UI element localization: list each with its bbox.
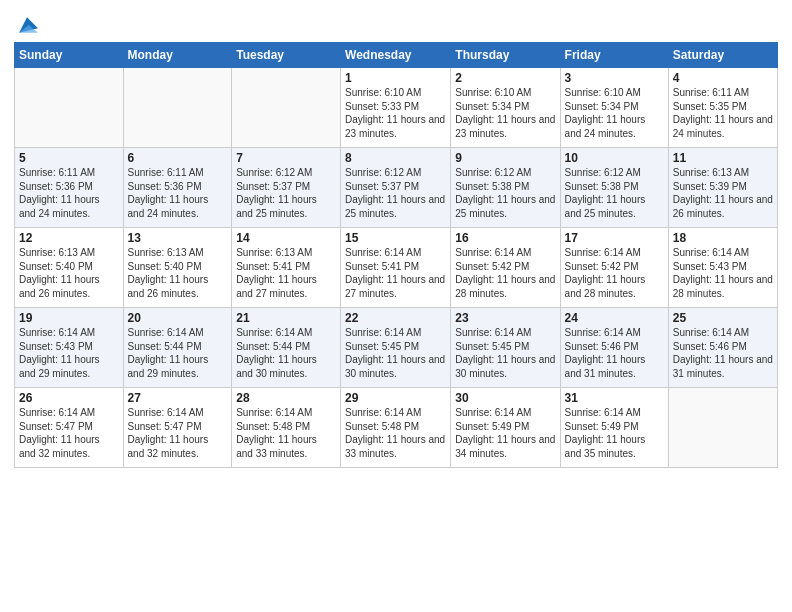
weekday-tuesday: Tuesday bbox=[232, 43, 341, 68]
week-row-4: 19Sunrise: 6:14 AM Sunset: 5:43 PM Dayli… bbox=[15, 308, 778, 388]
day-info: Sunrise: 6:14 AM Sunset: 5:43 PM Dayligh… bbox=[673, 246, 773, 300]
day-info: Sunrise: 6:10 AM Sunset: 5:33 PM Dayligh… bbox=[345, 86, 446, 140]
week-row-3: 12Sunrise: 6:13 AM Sunset: 5:40 PM Dayli… bbox=[15, 228, 778, 308]
day-cell: 26Sunrise: 6:14 AM Sunset: 5:47 PM Dayli… bbox=[15, 388, 124, 468]
day-cell: 27Sunrise: 6:14 AM Sunset: 5:47 PM Dayli… bbox=[123, 388, 232, 468]
day-info: Sunrise: 6:14 AM Sunset: 5:43 PM Dayligh… bbox=[19, 326, 119, 380]
weekday-monday: Monday bbox=[123, 43, 232, 68]
day-cell: 7Sunrise: 6:12 AM Sunset: 5:37 PM Daylig… bbox=[232, 148, 341, 228]
week-row-5: 26Sunrise: 6:14 AM Sunset: 5:47 PM Dayli… bbox=[15, 388, 778, 468]
day-info: Sunrise: 6:11 AM Sunset: 5:36 PM Dayligh… bbox=[19, 166, 119, 220]
day-cell: 24Sunrise: 6:14 AM Sunset: 5:46 PM Dayli… bbox=[560, 308, 668, 388]
day-number: 30 bbox=[455, 391, 555, 405]
day-cell: 23Sunrise: 6:14 AM Sunset: 5:45 PM Dayli… bbox=[451, 308, 560, 388]
day-number: 31 bbox=[565, 391, 664, 405]
day-info: Sunrise: 6:14 AM Sunset: 5:42 PM Dayligh… bbox=[455, 246, 555, 300]
day-cell: 13Sunrise: 6:13 AM Sunset: 5:40 PM Dayli… bbox=[123, 228, 232, 308]
day-number: 12 bbox=[19, 231, 119, 245]
day-number: 27 bbox=[128, 391, 228, 405]
day-cell: 17Sunrise: 6:14 AM Sunset: 5:42 PM Dayli… bbox=[560, 228, 668, 308]
day-cell: 31Sunrise: 6:14 AM Sunset: 5:49 PM Dayli… bbox=[560, 388, 668, 468]
day-info: Sunrise: 6:14 AM Sunset: 5:45 PM Dayligh… bbox=[345, 326, 446, 380]
day-cell: 28Sunrise: 6:14 AM Sunset: 5:48 PM Dayli… bbox=[232, 388, 341, 468]
day-info: Sunrise: 6:13 AM Sunset: 5:40 PM Dayligh… bbox=[128, 246, 228, 300]
day-number: 13 bbox=[128, 231, 228, 245]
day-info: Sunrise: 6:14 AM Sunset: 5:46 PM Dayligh… bbox=[673, 326, 773, 380]
weekday-sunday: Sunday bbox=[15, 43, 124, 68]
day-info: Sunrise: 6:11 AM Sunset: 5:35 PM Dayligh… bbox=[673, 86, 773, 140]
day-cell: 19Sunrise: 6:14 AM Sunset: 5:43 PM Dayli… bbox=[15, 308, 124, 388]
day-cell: 3Sunrise: 6:10 AM Sunset: 5:34 PM Daylig… bbox=[560, 68, 668, 148]
day-info: Sunrise: 6:13 AM Sunset: 5:41 PM Dayligh… bbox=[236, 246, 336, 300]
weekday-friday: Friday bbox=[560, 43, 668, 68]
week-row-2: 5Sunrise: 6:11 AM Sunset: 5:36 PM Daylig… bbox=[15, 148, 778, 228]
page: SundayMondayTuesdayWednesdayThursdayFrid… bbox=[0, 0, 792, 612]
day-cell: 18Sunrise: 6:14 AM Sunset: 5:43 PM Dayli… bbox=[668, 228, 777, 308]
day-cell: 12Sunrise: 6:13 AM Sunset: 5:40 PM Dayli… bbox=[15, 228, 124, 308]
day-cell: 16Sunrise: 6:14 AM Sunset: 5:42 PM Dayli… bbox=[451, 228, 560, 308]
day-info: Sunrise: 6:13 AM Sunset: 5:40 PM Dayligh… bbox=[19, 246, 119, 300]
day-cell bbox=[668, 388, 777, 468]
day-info: Sunrise: 6:14 AM Sunset: 5:48 PM Dayligh… bbox=[236, 406, 336, 460]
day-number: 5 bbox=[19, 151, 119, 165]
day-info: Sunrise: 6:14 AM Sunset: 5:49 PM Dayligh… bbox=[565, 406, 664, 460]
day-number: 10 bbox=[565, 151, 664, 165]
header bbox=[14, 10, 778, 36]
day-cell bbox=[232, 68, 341, 148]
day-info: Sunrise: 6:12 AM Sunset: 5:38 PM Dayligh… bbox=[455, 166, 555, 220]
day-info: Sunrise: 6:14 AM Sunset: 5:45 PM Dayligh… bbox=[455, 326, 555, 380]
day-number: 22 bbox=[345, 311, 446, 325]
day-info: Sunrise: 6:10 AM Sunset: 5:34 PM Dayligh… bbox=[455, 86, 555, 140]
day-info: Sunrise: 6:10 AM Sunset: 5:34 PM Dayligh… bbox=[565, 86, 664, 140]
day-info: Sunrise: 6:14 AM Sunset: 5:47 PM Dayligh… bbox=[19, 406, 119, 460]
weekday-header-row: SundayMondayTuesdayWednesdayThursdayFrid… bbox=[15, 43, 778, 68]
day-cell: 10Sunrise: 6:12 AM Sunset: 5:38 PM Dayli… bbox=[560, 148, 668, 228]
day-cell: 5Sunrise: 6:11 AM Sunset: 5:36 PM Daylig… bbox=[15, 148, 124, 228]
day-info: Sunrise: 6:11 AM Sunset: 5:36 PM Dayligh… bbox=[128, 166, 228, 220]
week-row-1: 1Sunrise: 6:10 AM Sunset: 5:33 PM Daylig… bbox=[15, 68, 778, 148]
day-cell: 11Sunrise: 6:13 AM Sunset: 5:39 PM Dayli… bbox=[668, 148, 777, 228]
day-cell: 22Sunrise: 6:14 AM Sunset: 5:45 PM Dayli… bbox=[341, 308, 451, 388]
day-info: Sunrise: 6:14 AM Sunset: 5:42 PM Dayligh… bbox=[565, 246, 664, 300]
day-info: Sunrise: 6:12 AM Sunset: 5:38 PM Dayligh… bbox=[565, 166, 664, 220]
day-number: 9 bbox=[455, 151, 555, 165]
day-info: Sunrise: 6:13 AM Sunset: 5:39 PM Dayligh… bbox=[673, 166, 773, 220]
day-number: 2 bbox=[455, 71, 555, 85]
day-number: 19 bbox=[19, 311, 119, 325]
weekday-wednesday: Wednesday bbox=[341, 43, 451, 68]
day-info: Sunrise: 6:12 AM Sunset: 5:37 PM Dayligh… bbox=[345, 166, 446, 220]
day-number: 26 bbox=[19, 391, 119, 405]
day-cell: 25Sunrise: 6:14 AM Sunset: 5:46 PM Dayli… bbox=[668, 308, 777, 388]
weekday-saturday: Saturday bbox=[668, 43, 777, 68]
day-cell: 30Sunrise: 6:14 AM Sunset: 5:49 PM Dayli… bbox=[451, 388, 560, 468]
day-number: 18 bbox=[673, 231, 773, 245]
day-info: Sunrise: 6:14 AM Sunset: 5:44 PM Dayligh… bbox=[236, 326, 336, 380]
day-number: 7 bbox=[236, 151, 336, 165]
day-number: 15 bbox=[345, 231, 446, 245]
logo bbox=[14, 14, 38, 36]
day-number: 3 bbox=[565, 71, 664, 85]
weekday-thursday: Thursday bbox=[451, 43, 560, 68]
day-cell: 1Sunrise: 6:10 AM Sunset: 5:33 PM Daylig… bbox=[341, 68, 451, 148]
calendar-table: SundayMondayTuesdayWednesdayThursdayFrid… bbox=[14, 42, 778, 468]
day-number: 17 bbox=[565, 231, 664, 245]
day-number: 1 bbox=[345, 71, 446, 85]
day-info: Sunrise: 6:14 AM Sunset: 5:48 PM Dayligh… bbox=[345, 406, 446, 460]
day-number: 6 bbox=[128, 151, 228, 165]
day-info: Sunrise: 6:14 AM Sunset: 5:41 PM Dayligh… bbox=[345, 246, 446, 300]
day-number: 25 bbox=[673, 311, 773, 325]
day-number: 8 bbox=[345, 151, 446, 165]
day-info: Sunrise: 6:14 AM Sunset: 5:44 PM Dayligh… bbox=[128, 326, 228, 380]
day-number: 28 bbox=[236, 391, 336, 405]
day-cell: 4Sunrise: 6:11 AM Sunset: 5:35 PM Daylig… bbox=[668, 68, 777, 148]
day-cell: 14Sunrise: 6:13 AM Sunset: 5:41 PM Dayli… bbox=[232, 228, 341, 308]
day-cell: 6Sunrise: 6:11 AM Sunset: 5:36 PM Daylig… bbox=[123, 148, 232, 228]
day-info: Sunrise: 6:14 AM Sunset: 5:49 PM Dayligh… bbox=[455, 406, 555, 460]
day-cell: 29Sunrise: 6:14 AM Sunset: 5:48 PM Dayli… bbox=[341, 388, 451, 468]
day-info: Sunrise: 6:14 AM Sunset: 5:46 PM Dayligh… bbox=[565, 326, 664, 380]
day-number: 29 bbox=[345, 391, 446, 405]
day-number: 11 bbox=[673, 151, 773, 165]
day-number: 14 bbox=[236, 231, 336, 245]
day-cell: 8Sunrise: 6:12 AM Sunset: 5:37 PM Daylig… bbox=[341, 148, 451, 228]
day-cell bbox=[15, 68, 124, 148]
